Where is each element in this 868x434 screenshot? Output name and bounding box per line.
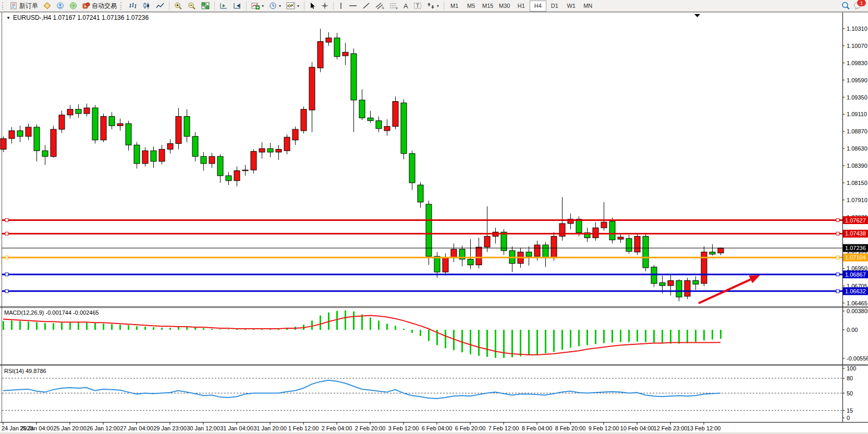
hline-handle[interactable]: [836, 290, 839, 293]
hline-handle[interactable]: [5, 256, 8, 259]
hline-handle[interactable]: [836, 232, 839, 235]
zoom-in-icon: [174, 2, 182, 10]
candle-body: [476, 247, 482, 265]
equidistant-channel-tool-button[interactable]: E: [373, 1, 387, 11]
new-order-button[interactable]: 新订单: [8, 1, 41, 11]
candle-body: [167, 144, 173, 150]
hline-handle[interactable]: [836, 273, 839, 276]
svg-text:E: E: [382, 6, 384, 9]
hline-handle[interactable]: [5, 290, 8, 293]
arrow-objects-button[interactable]: ▾: [424, 1, 442, 11]
fibonacci-tool-button[interactable]: F: [387, 1, 401, 11]
text-label-tool-button[interactable]: T: [411, 1, 424, 11]
candle-body: [368, 118, 373, 120]
svg-text:1.07438: 1.07438: [845, 230, 866, 237]
svg-text:1.07627: 1.07627: [845, 217, 866, 224]
rsi-line: [3, 380, 720, 399]
hline-handle[interactable]: [836, 219, 839, 222]
text-tool-button[interactable]: A: [401, 1, 411, 11]
vertical-line-icon: [338, 2, 344, 9]
svg-text:1.10310: 1.10310: [847, 26, 867, 32]
trendline-tool-button[interactable]: [360, 1, 373, 11]
svg-text:1.09350: 1.09350: [847, 94, 867, 101]
svg-text:-0.005569: -0.005569: [847, 355, 868, 362]
svg-text:0.003805: 0.003805: [847, 308, 868, 314]
crosshair-icon: [321, 2, 328, 9]
svg-text:26 Jan 12:00: 26 Jan 12:00: [87, 425, 120, 431]
candle-body: [1, 139, 6, 150]
tf-button-M5[interactable]: M5: [463, 1, 480, 11]
candle-body: [242, 170, 248, 171]
bar-chart-type-button[interactable]: [126, 1, 140, 11]
candle-body: [484, 237, 490, 247]
new-order-label: 新订单: [19, 2, 38, 10]
vertical-line-tool-button[interactable]: [336, 1, 346, 11]
notifications-button[interactable]: 1: [853, 2, 863, 10]
hline-handle[interactable]: [836, 256, 839, 259]
candle-series: [1, 29, 724, 301]
tile-windows-button[interactable]: [199, 1, 212, 11]
trend-arrow-annotation[interactable]: [699, 275, 760, 303]
chart-shift-icon: [219, 2, 228, 9]
toolbar-grip[interactable]: [120, 2, 124, 10]
candle-body: [593, 228, 598, 238]
candle-body: [693, 281, 699, 284]
profile-icon: [56, 2, 64, 9]
candle-body: [534, 245, 540, 256]
tf-button-H1[interactable]: H1: [513, 1, 530, 11]
bar-chart-icon: [129, 2, 137, 9]
tf-button-D1[interactable]: D1: [546, 1, 563, 11]
chart-shift-button[interactable]: [217, 1, 230, 11]
tf-button-M1[interactable]: M1: [446, 1, 463, 11]
candle-body: [76, 109, 81, 114]
candle-body: [609, 221, 615, 240]
periods-button[interactable]: ▾: [266, 1, 284, 11]
svg-text:9 Feb 12:00: 9 Feb 12:00: [589, 425, 619, 431]
line-chart-type-button[interactable]: [153, 1, 167, 11]
svg-text:6 Feb 20:00: 6 Feb 20:00: [455, 425, 486, 431]
tf-button-MN[interactable]: MN: [580, 1, 596, 11]
profile-button[interactable]: [54, 1, 67, 11]
metaquotes-button[interactable]: [41, 1, 54, 11]
svg-text:T: T: [416, 3, 419, 9]
cursor-tool-button[interactable]: [307, 1, 319, 11]
hline-handle[interactable]: [5, 232, 8, 235]
candle-body: [334, 38, 340, 57]
candle-body: [192, 137, 198, 156]
svg-text:1.06867: 1.06867: [845, 271, 866, 278]
auto-trading-button[interactable]: 自动交易: [80, 1, 119, 11]
svg-text:25 Jan 04:00: 25 Jan 04:00: [20, 425, 53, 431]
tf-button-W1[interactable]: W1: [563, 1, 580, 11]
svg-text:100: 100: [847, 365, 856, 371]
chart-symbol-title[interactable]: ▼ EURUSD-,H4 1.07167 1.07241 1.07136 1.0…: [6, 14, 149, 21]
chart-dropdown-marker-icon[interactable]: [694, 14, 700, 17]
tf-button-H4[interactable]: H4: [530, 1, 546, 11]
auto-scroll-button[interactable]: [230, 1, 244, 11]
signals-button[interactable]: [67, 1, 80, 11]
tf-button-M30[interactable]: M30: [496, 1, 513, 11]
tf-button-M15[interactable]: M15: [480, 1, 496, 11]
candle-body: [42, 151, 48, 156]
hline-handle[interactable]: [5, 219, 8, 222]
crosshair-tool-button[interactable]: [319, 1, 331, 11]
toolbar-separator: [169, 2, 169, 10]
chart-canvas[interactable]: 1.103101.100701.098301.095901.093501.091…: [0, 0, 868, 434]
search-button[interactable]: [841, 2, 850, 10]
auto-trading-icon: [82, 2, 90, 9]
new-chart-button[interactable]: ▾: [249, 1, 266, 11]
candle-body: [26, 127, 31, 137]
candle-body: [443, 258, 448, 272]
indicators-button[interactable]: ▾: [284, 1, 302, 11]
candle-body: [92, 108, 98, 140]
zoom-in-button[interactable]: [172, 1, 185, 11]
candlestick-type-button[interactable]: [140, 1, 153, 11]
zoom-out-icon: [188, 2, 196, 10]
candle-body: [684, 281, 690, 296]
candle-body: [9, 131, 15, 139]
zoom-out-button[interactable]: [185, 1, 199, 11]
toolbar-grip[interactable]: [2, 2, 6, 10]
hline-handle[interactable]: [5, 273, 8, 276]
candle-body: [226, 176, 231, 181]
horizontal-line-tool-button[interactable]: [346, 1, 360, 11]
candle-body: [418, 185, 423, 202]
